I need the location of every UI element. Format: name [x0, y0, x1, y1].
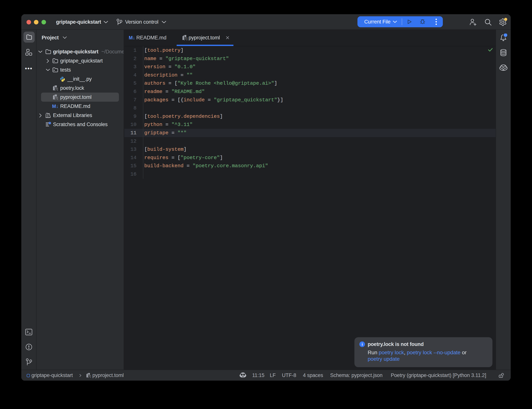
svg-text:[T]: [T] — [55, 87, 58, 91]
svg-text:[T]: [T] — [184, 37, 187, 40]
svg-text:[T]: [T] — [55, 96, 58, 100]
svg-text:[T]: [T] — [88, 374, 91, 378]
